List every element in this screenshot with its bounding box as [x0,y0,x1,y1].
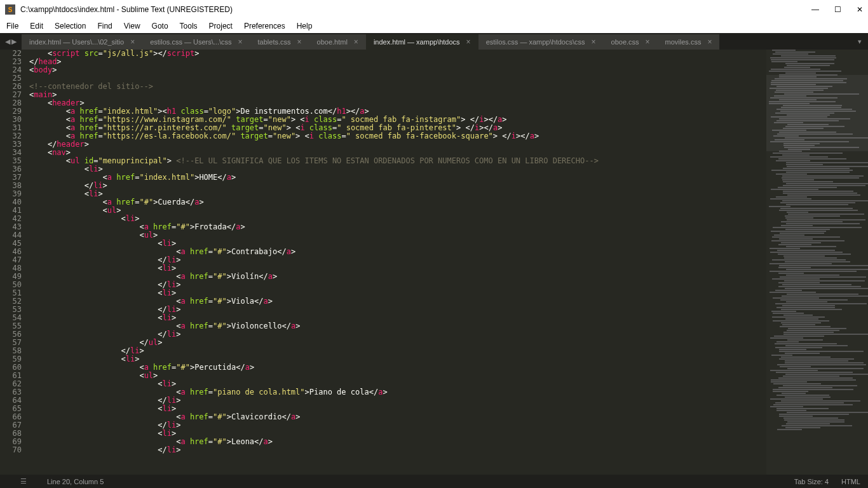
tab-label: tablets.css [258,38,291,46]
tab-close-icon[interactable]: × [466,37,471,46]
file-tab[interactable]: estilos.css — Users\...\css× [142,34,250,50]
menu-bar: File Edit Selection Find View Goto Tools… [0,19,868,33]
minimize-button[interactable]: — [811,5,819,14]
menu-project[interactable]: Project [209,22,233,30]
tab-close-icon[interactable]: × [354,37,358,46]
menu-find[interactable]: Find [97,22,112,30]
tab-label: index.html — Users\...\02_sitio [29,38,124,46]
menu-file[interactable]: File [6,22,18,30]
menu-edit[interactable]: Edit [30,22,43,30]
title-bar: S C:\xampp\htdocs\index.html - Sublime T… [0,0,868,19]
minimap-viewport[interactable] [766,75,868,151]
window-title: C:\xampp\htdocs\index.html - Sublime Tex… [20,5,811,14]
cursor-position: Line 20, Column 5 [47,478,104,485]
tab-label: oboe.html [317,38,348,46]
file-tab[interactable]: tablets.css× [250,34,309,50]
tab-bar: ◀ ▶ index.html — Users\...\02_sitio×esti… [0,33,868,50]
close-button[interactable]: ✕ [857,5,863,14]
maximize-button[interactable]: ☐ [834,5,841,14]
tab-label: estilos.css — xampp\htdocs\css [486,38,585,46]
menu-selection[interactable]: Selection [55,22,86,30]
tab-close-icon[interactable]: × [646,37,650,46]
minimap[interactable] [766,50,868,475]
file-tab[interactable]: index.html — Users\...\02_sitio× [22,34,142,50]
editor-area: 2223242526272829303132333435363738394041… [0,50,868,475]
tab-label: moviles.css [665,38,702,46]
menu-tools[interactable]: Tools [180,22,198,30]
tab-label: oboe.css [611,38,639,46]
app-icon: S [5,4,15,15]
file-tab[interactable]: index.html — xampp\htdocs× [366,34,478,50]
file-tab[interactable]: oboe.css× [604,34,658,50]
tab-label: estilos.css — Users\...\css [150,38,231,46]
tab-label: index.html — xampp\htdocs [374,38,460,46]
menu-preferences[interactable]: Preferences [244,22,285,30]
code-area[interactable]: <script src="js/all.js"></script></head>… [29,50,766,475]
tab-close-icon[interactable]: × [592,37,596,46]
menu-help[interactable]: Help [297,22,313,30]
file-tab[interactable]: moviles.css× [658,34,720,50]
tab-nav-left-icon[interactable]: ◀ [5,37,10,46]
line-number-gutter: 2223242526272829303132333435363738394041… [0,50,29,475]
tab-close-icon[interactable]: × [297,37,302,46]
tab-size[interactable]: Tab Size: 4 [794,478,829,485]
tab-close-icon[interactable]: × [130,37,135,46]
menu-goto[interactable]: Goto [152,22,168,30]
tab-dropdown-icon[interactable]: ▾ [851,37,868,46]
status-icon[interactable]: ☰ [20,477,27,485]
tab-nav-right-icon[interactable]: ▶ [11,37,17,46]
file-tab[interactable]: estilos.css — xampp\htdocs\css× [478,34,604,50]
status-bar: ☰ Line 20, Column 5 Tab Size: 4 HTML [0,475,868,488]
syntax-language[interactable]: HTML [841,478,860,485]
file-tab[interactable]: oboe.html× [309,34,366,50]
tab-close-icon[interactable]: × [238,37,243,46]
tab-close-icon[interactable]: × [707,37,712,46]
menu-view[interactable]: View [124,22,140,30]
